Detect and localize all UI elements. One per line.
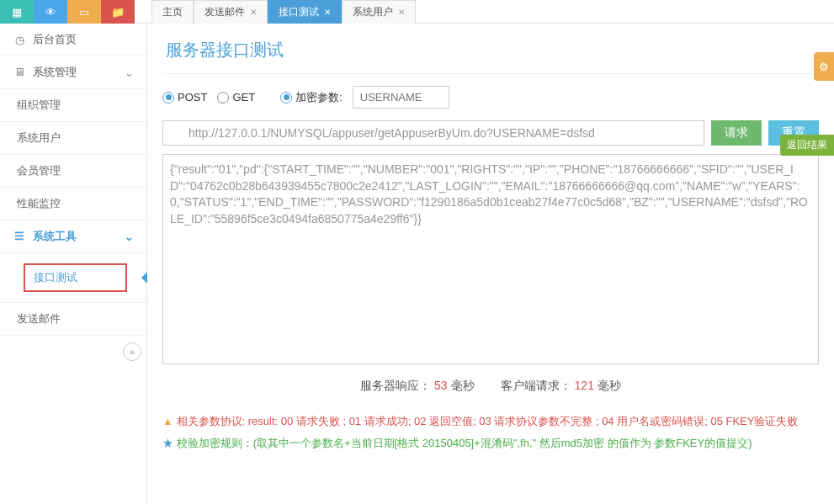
radio-icon xyxy=(217,92,229,103)
dashboard-icon: ◷ xyxy=(13,33,26,46)
settings-drawer-button[interactable]: ⚙ xyxy=(814,52,834,81)
sidebar-label: 会员管理 xyxy=(17,163,61,178)
close-icon[interactable]: ✕ xyxy=(398,8,405,17)
sidebar-item-send-mail[interactable]: 发送邮件 xyxy=(0,303,146,336)
sidebar-label: 系统管理 xyxy=(33,66,77,78)
chevron-down-icon: ⌄ xyxy=(125,66,134,79)
sidebar-item-users[interactable]: 系统用户 xyxy=(0,122,146,155)
note-text: 校验加密规则：(取其中一个参数名+当前日期[格式 20150405]+混淆码",… xyxy=(177,437,752,449)
tab-api-test[interactable]: 接口测试✕ xyxy=(268,0,342,24)
tab-home[interactable]: 主页 xyxy=(151,0,194,24)
tab-label: 发送邮件 xyxy=(205,5,245,19)
sidebar-collapse-button[interactable]: » xyxy=(123,342,141,361)
sidebar-label: 系统用户 xyxy=(17,130,61,146)
timing-server-value: 53 xyxy=(434,379,448,392)
sidebar-label: 接口测试 xyxy=(34,271,77,284)
close-icon[interactable]: ✕ xyxy=(250,8,257,17)
sidebar-group-tools[interactable]: ☰系统工具 ⌄ xyxy=(0,220,146,253)
sidebar-item-members[interactable]: 会员管理 xyxy=(0,155,146,188)
url-input-wrap: 🌐 xyxy=(162,120,704,146)
toolbar-book-button[interactable]: ▭ xyxy=(67,0,101,24)
main-content: 服务器接口测试 POST GET 加密参数: 🌐 请求 重置 xyxy=(147,24,834,504)
footer-notes: ▲ 相关参数协议: result: 00 请求失败 ; 01 请求成功; 02 … xyxy=(162,406,819,459)
sidebar-label: 系统工具 xyxy=(33,230,77,242)
result-tag: 返回结果 xyxy=(780,135,834,156)
eye-icon: 👁 xyxy=(45,6,56,19)
sidebar-item-api-test[interactable]: 接口测试 xyxy=(0,253,146,303)
sidebar-home[interactable]: ◷ 后台首页 xyxy=(0,24,146,56)
tab-label: 接口测试 xyxy=(279,5,319,19)
timing-row: 服务器响应： 53 毫秒 客户端请求： 121 毫秒 xyxy=(162,367,819,406)
tab-send-mail[interactable]: 发送邮件✕ xyxy=(194,0,268,24)
timing-server-label: 服务器响应： xyxy=(360,379,431,392)
chevron-down-icon: ⌄ xyxy=(125,231,134,243)
sidebar-label: 组织管理 xyxy=(17,98,61,113)
sidebar-label: 发送邮件 xyxy=(17,311,61,326)
result-textarea[interactable] xyxy=(162,154,819,364)
grid-icon: ▦ xyxy=(12,6,22,19)
radio-get[interactable]: GET xyxy=(217,91,255,103)
chevron-right-icon: » xyxy=(130,347,135,357)
tab-label: 主页 xyxy=(162,5,183,19)
radio-label: POST xyxy=(178,91,207,103)
book-icon: ▭ xyxy=(79,6,89,19)
timing-unit: 毫秒 xyxy=(451,379,475,392)
radio-encrypt[interactable]: 加密参数: xyxy=(280,90,343,105)
timing-unit: 毫秒 xyxy=(598,379,621,392)
gear-icon: ⚙ xyxy=(819,61,829,73)
star-icon: ★ xyxy=(162,437,173,449)
top-toolbar: ▦ 👁 ▭ 📁 主页 发送邮件✕ 接口测试✕ 系统用户✕ xyxy=(0,0,834,24)
radio-post[interactable]: POST xyxy=(162,91,207,103)
page-title: 服务器接口测试 xyxy=(162,32,819,74)
tab-label: 系统用户 xyxy=(353,5,393,19)
toolbar-eye-button[interactable]: 👁 xyxy=(34,0,67,24)
method-controls: POST GET 加密参数: xyxy=(162,86,819,109)
monitor-icon: 🖥 xyxy=(13,66,26,79)
sidebar: ◷ 后台首页 🖥系统管理 ⌄ 组织管理 系统用户 会员管理 性能监控 ☰系统工具… xyxy=(0,24,147,504)
tab-bar: 主页 发送邮件✕ 接口测试✕ 系统用户✕ xyxy=(151,0,416,23)
note-protocol: ▲ 相关参数协议: result: 00 请求失败 ; 01 请求成功; 02 … xyxy=(162,411,819,432)
encrypt-param-input[interactable] xyxy=(353,86,449,109)
close-icon[interactable]: ✕ xyxy=(324,8,331,17)
timing-client-value: 121 xyxy=(575,379,594,392)
sidebar-item-perf[interactable]: 性能监控 xyxy=(0,188,146,220)
radio-icon xyxy=(280,92,292,103)
note-encrypt-rule: ★ 校验加密规则：(取其中一个参数名+当前日期[格式 20150405]+混淆码… xyxy=(162,432,819,454)
timing-client-label: 客户端请求： xyxy=(501,379,571,392)
sidebar-label: 后台首页 xyxy=(33,32,77,47)
sidebar-label: 性能监控 xyxy=(17,196,61,211)
list-icon: ☰ xyxy=(13,230,26,243)
sidebar-group-system[interactable]: 🖥系统管理 ⌄ xyxy=(0,56,146,89)
radio-icon xyxy=(162,92,174,103)
request-button[interactable]: 请求 xyxy=(711,120,762,146)
warning-icon: ▲ xyxy=(162,415,173,427)
tab-system-users[interactable]: 系统用户✕ xyxy=(342,0,416,24)
toolbar-folder-button[interactable]: 📁 xyxy=(101,0,135,24)
folder-icon: 📁 xyxy=(111,6,125,19)
radio-label: GET xyxy=(232,91,255,103)
radio-label: 加密参数: xyxy=(295,90,343,105)
note-text: 相关参数协议: result: 00 请求失败 ; 01 请求成功; 02 返回… xyxy=(177,415,799,427)
toolbar-grid-button[interactable]: ▦ xyxy=(0,0,34,24)
sidebar-item-org[interactable]: 组织管理 xyxy=(0,89,146,122)
url-input[interactable] xyxy=(162,120,704,146)
